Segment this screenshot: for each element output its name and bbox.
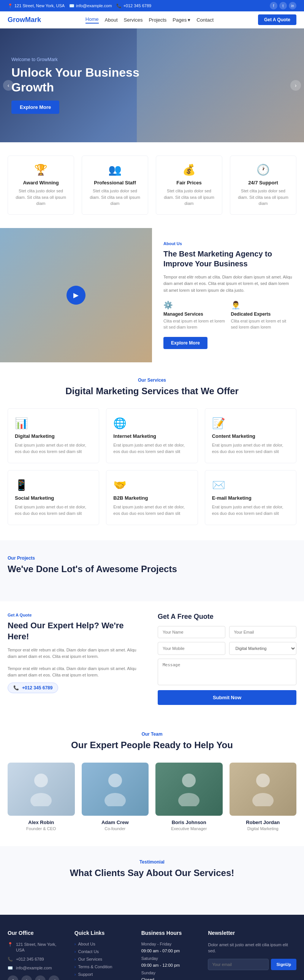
hero-people-image [137, 29, 304, 142]
support-icon: 🕐 [236, 164, 290, 176]
footer-link-contact[interactable]: › Contact Us [75, 949, 132, 954]
footer-link-support[interactable]: › Support [75, 972, 132, 977]
team-alex-role: Founder & CEO [8, 826, 75, 831]
svg-point-6 [256, 773, 270, 787]
footer-hours-row-2: Sunday [141, 970, 199, 975]
services-title: Digital Marketing Services that We Offer [8, 385, 296, 397]
projects-title: We've Done Lot's of Awesome Projects [8, 563, 296, 575]
b2b-marketing-title: B2B Marketing [113, 495, 190, 501]
chevron-down-icon: ▾ [188, 17, 190, 23]
award-icon: 🏆 [14, 164, 68, 176]
b2b-marketing-desc: Erat ipsum justo amet duo et ste dolor, … [113, 504, 190, 516]
arrow-right-icon: › [75, 949, 76, 954]
footer-facebook-icon[interactable]: f [8, 975, 18, 980]
projects-label: Our Projects [8, 555, 296, 561]
nav-home[interactable]: Home [85, 16, 99, 24]
quote-right: Get A Free Quote Digital Marketing Submi… [158, 613, 296, 705]
services-section: Our Services Digital Marketing Services … [0, 362, 304, 540]
phone-icon: 📞 [116, 3, 122, 8]
quote-name-input[interactable] [158, 626, 226, 638]
feature-award-title: Award Winning [14, 180, 68, 186]
footer-quicklinks-col: Quick Links › About Us › Contact Us › Ou… [75, 930, 132, 980]
hero-next-button[interactable]: › [290, 80, 301, 91]
content-marketing-desc: Erat ipsum justo amet duo et ste dolor, … [212, 442, 289, 455]
internet-marketing-title: Internet Marketing [113, 433, 190, 439]
quote-submit-button[interactable]: Submit Now [158, 690, 296, 705]
quote-left: Get A Quote Need Our Expert Help? We're … [8, 613, 146, 705]
boris-silhouette [178, 772, 200, 806]
hero-explore-button[interactable]: Explore More [11, 100, 59, 114]
top-bar-right: f t in [270, 2, 296, 10]
hero-prev-button[interactable]: ‹ [3, 80, 14, 91]
get-quote-button[interactable]: Get A Quote [258, 14, 296, 25]
facebook-icon[interactable]: f [270, 2, 277, 10]
logo[interactable]: GrowMark [8, 16, 41, 24]
linkedin-icon[interactable]: in [289, 2, 296, 10]
about-feature-managed: ⚙️ Managed Services Clita erat ipsum et … [163, 301, 226, 330]
quote-service-select[interactable]: Digital Marketing [229, 642, 297, 655]
svg-point-5 [178, 793, 200, 806]
top-bar: 📍 121 Street, New York, USA ✉️ info@exam… [0, 0, 304, 11]
footer-newsletter-input[interactable] [208, 959, 269, 970]
quote-section: Get A Quote Need Our Expert Help? We're … [0, 601, 304, 716]
footer-address: 📍 121 Street, New York, USA [8, 942, 65, 953]
staff-icon: 👥 [88, 164, 142, 176]
quote-phone[interactable]: 📞 +012 345 6789 [8, 682, 58, 693]
about-title: The Best Marketing Agency to Improve You… [163, 249, 293, 269]
footer-newsletter-title: Newsletter [208, 930, 296, 936]
footer-office-title: Our Office [8, 930, 65, 936]
footer-twitter-icon[interactable]: t [21, 975, 32, 980]
about-content: About Us The Best Marketing Agency to Im… [152, 228, 304, 363]
team-robert-role: Digital Marketing [229, 826, 297, 831]
projects-placeholder [8, 582, 296, 594]
quote-message-input[interactable] [158, 659, 296, 685]
team-robert-name: Robert Jordan [229, 819, 297, 825]
about-image: ▶ [0, 228, 152, 363]
testimonial-section: Testimonial What Clients Say About Our S… [0, 846, 304, 915]
quote-mobile-input[interactable] [158, 642, 226, 655]
arrow-right-icon: › [75, 942, 76, 946]
about-desc: Tempor erat elitr rebum at clita. Diam d… [163, 274, 293, 294]
features-section: 🏆 Award Winning Stet clita justo dolor s… [0, 142, 304, 228]
footer-hours-row-1: Saturday [141, 956, 199, 961]
about-explore-button[interactable]: Explore More [163, 337, 208, 349]
quote-left-desc1: Tempor erat elitr rebum at clita. Diam d… [8, 647, 146, 660]
dedicated-experts-title: Dedicated Experts [231, 312, 293, 317]
nav-about[interactable]: About [105, 17, 118, 23]
social-marketing-icon: 📱 [15, 479, 92, 491]
feature-award: 🏆 Award Winning Stet clita justo dolor s… [8, 156, 74, 215]
footer-link-terms[interactable]: › Terms & Condition [75, 964, 132, 969]
footer-newsletter-signup-button[interactable]: SignUp [271, 959, 296, 970]
svg-point-2 [108, 773, 122, 787]
footer-location-icon: 📍 [8, 942, 13, 947]
footer-newsletter-form: SignUp [208, 959, 296, 970]
footer-linkedin-icon[interactable]: in [35, 975, 46, 980]
nav-services[interactable]: Services [124, 17, 143, 23]
footer-youtube-icon[interactable]: yt [49, 975, 59, 980]
footer-social-icons: f t in yt [8, 975, 65, 980]
service-internet: 🌐 Internet Marketing Erat ipsum justo am… [106, 408, 198, 463]
nav-pages[interactable]: Pages ▾ [173, 17, 190, 23]
nav-contact[interactable]: Contact [197, 17, 214, 23]
internet-marketing-desc: Erat ipsum justo amet duo et ste dolor, … [113, 442, 190, 455]
about-label: About Us [163, 241, 293, 246]
features-grid: 🏆 Award Winning Stet clita justo dolor s… [8, 156, 296, 215]
play-button[interactable]: ▶ [67, 286, 85, 305]
nav-projects[interactable]: Projects [149, 17, 166, 23]
footer-link-about[interactable]: › About Us [75, 942, 132, 946]
footer-newsletter-col: Newsletter Dolor amet sit justo amet eli… [208, 930, 296, 980]
alex-silhouette [30, 772, 53, 806]
team-card-alex: Alex Robin Founder & CEO [8, 763, 75, 831]
managed-services-desc: Clita erat ipsum et lorem et lorem sit s… [163, 318, 226, 330]
quote-email-input[interactable] [229, 626, 297, 638]
arrow-right-icon: › [75, 964, 76, 969]
svg-point-7 [252, 793, 274, 806]
team-photo-alex [8, 763, 75, 816]
footer-hours-time-0: 09:00 am - 07:00 pm [141, 948, 199, 953]
testimonial-title: What Clients Say About Our Services! [8, 867, 296, 879]
twitter-icon[interactable]: t [279, 2, 287, 10]
footer-link-services[interactable]: › Our Services [75, 957, 132, 961]
team-grid: Alex Robin Founder & CEO Adam Crew Co-fo… [8, 763, 296, 831]
content-marketing-title: Content Marketing [212, 433, 289, 439]
feature-staff-desc: Stet clita justo dolor sed diam. Sit cli… [88, 188, 142, 207]
